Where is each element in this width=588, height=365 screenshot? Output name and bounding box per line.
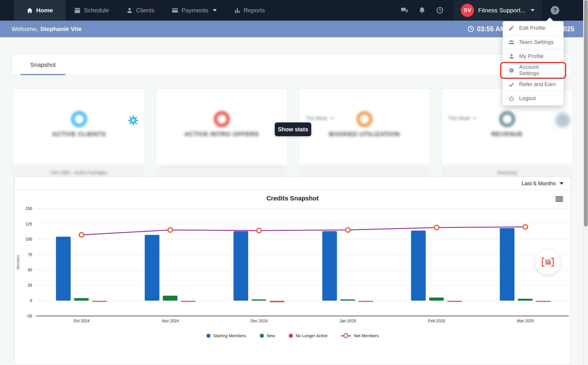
show-stats-button[interactable]: Show stats [275,122,311,136]
chevron-down-icon [531,9,535,11]
svg-text:Oct 2024: Oct 2024 [74,319,90,323]
top-navbar: Home Schedule Clients Payments Reports [0,0,588,21]
chat-button[interactable] [395,7,413,14]
barcode-scan-button[interactable] [535,249,560,275]
nav-item-label: Payments [181,7,208,14]
stat-card-title: ACTIVE CLIENTS [13,130,144,138]
nav-item-clients[interactable]: Clients [118,0,163,21]
welcome-prefix: Welcome, [11,26,38,32]
range-selector[interactable]: Last 6 Months [522,180,564,187]
stat-card-top: ACTIVE CLIENTS [13,111,144,165]
legend-label: New [267,333,275,338]
stat-card-active-clients[interactable]: ACTIVE CLIENTS Intro Offer - Active Pack… [13,88,145,169]
tab-label: Snapshot [30,61,56,68]
svg-text:Members: Members [16,255,20,269]
menu-item-label: Refer and Earn [519,81,556,87]
person-icon [126,7,133,14]
nav-item-schedule[interactable]: Schedule [65,0,118,21]
active-tab-underline [20,74,65,75]
history-button[interactable] [431,7,449,14]
legend-label: No Longer Active [296,333,327,338]
check-icon [508,81,514,87]
user-dropdown-menu: Edit Profile Team Settings My Profile Ac… [503,21,564,106]
scrollbar-thumb[interactable] [584,0,588,227]
bar-chart-icon [234,7,241,14]
filter-label: This Week [306,116,327,121]
user-name: Fitness Support... [478,7,525,14]
stat-card-title: BOOKED UTILIZATION [299,130,430,138]
credit-card-icon [172,7,178,14]
stat-card-title: ACTIVE INTRO OFFERS [156,130,287,138]
chart-legend: Starting Members New No Longer Active Ne… [15,333,570,338]
menu-item-label: Team Settings [519,39,554,45]
legend-dot [206,334,210,338]
menu-item-account-settings[interactable]: Account Settings [503,63,564,77]
donut-ring [499,111,515,127]
legend-item-net-members[interactable]: Net Members [341,333,379,338]
chat-icon [401,7,408,14]
svg-text:Feb 2025: Feb 2025 [428,319,445,323]
welcome-user-name: Stephanie Vite [40,26,82,32]
svg-text:75: 75 [28,252,32,257]
team-icon [508,39,514,45]
svg-text:25: 25 [28,283,32,288]
nav-item-reports[interactable]: Reports [225,0,274,21]
menu-item-refer-and-earn[interactable]: Refer and Earn [503,77,564,91]
navbar-actions: SV Fitness Support... ? [395,0,588,21]
card-settings-button[interactable] [128,115,139,127]
legend-label: Net Members [354,333,379,338]
nav-item-label: Home [36,7,53,14]
gear-icon [128,115,139,126]
nav-item-payments[interactable]: Payments [163,0,225,21]
notifications-button[interactable] [413,7,431,14]
card-corner-widget [555,113,570,128]
svg-text:Dec 2024: Dec 2024 [250,319,268,323]
chevron-down-icon [330,118,333,119]
legend-item-no-longer-active[interactable]: No Longer Active [289,333,327,338]
menu-item-label: Logout [519,95,536,102]
svg-text:Nov 2024: Nov 2024 [162,319,179,323]
nav-item-label: Clients [136,7,154,14]
tab-snapshot[interactable]: Snapshot [19,54,67,75]
nav-item-home[interactable]: Home [14,0,65,21]
svg-text:0: 0 [30,298,32,303]
legend-item-new[interactable]: New [260,333,275,338]
stat-card-top: This Week REVENUE [442,111,572,165]
current-time: 03:55 AM [467,21,506,37]
barcode-icon [541,257,554,267]
avatar: SV [461,4,474,17]
filter-label: This Week [448,116,470,121]
page-scrollbar [583,0,588,365]
svg-text:50: 50 [28,268,32,272]
stat-card-top: This Week BOOKED UTILIZATION [299,111,430,165]
menu-item-team-settings[interactable]: Team Settings [503,35,564,49]
donut-ring [214,111,230,127]
chevron-down-icon [560,182,564,185]
legend-label: Starting Members [213,333,246,338]
menu-item-label: Edit Profile [519,25,546,31]
svg-text:125: 125 [26,222,32,226]
stat-card-booked-utilization[interactable]: This Week BOOKED UTILIZATION [299,88,430,169]
menu-item-logout[interactable]: Logout [503,91,564,106]
credits-snapshot-chart: 1501251007550250-25MembersOct 2024Nov 20… [15,194,571,329]
svg-text:-25: -25 [26,314,32,318]
time-text: 03:55 AM [477,25,506,33]
donut-ring [356,111,373,127]
stat-card-active-intro-offers[interactable]: ACTIVE INTRO OFFERS [156,88,287,169]
user-menu-button[interactable]: SV Fitness Support... [453,0,542,21]
legend-item-starting-members[interactable]: Starting Members [206,333,246,338]
legend-dot [260,334,264,338]
footer-line: Intro Offer - Active Packages [13,169,144,176]
stat-card-title: REVENUE [442,130,572,138]
card-range-filter[interactable]: This Week [306,116,333,121]
svg-text:150: 150 [26,206,32,211]
clock-icon [436,7,444,14]
help-button[interactable]: ? [546,6,564,15]
menu-item-edit-profile[interactable]: Edit Profile [503,21,564,35]
power-icon [508,95,514,102]
home-icon [26,7,33,14]
calendar-icon [74,7,81,14]
menu-item-my-profile[interactable]: My Profile [503,49,564,63]
nav-item-label: Schedule [84,7,109,14]
card-range-filter[interactable]: This Week [448,116,476,121]
